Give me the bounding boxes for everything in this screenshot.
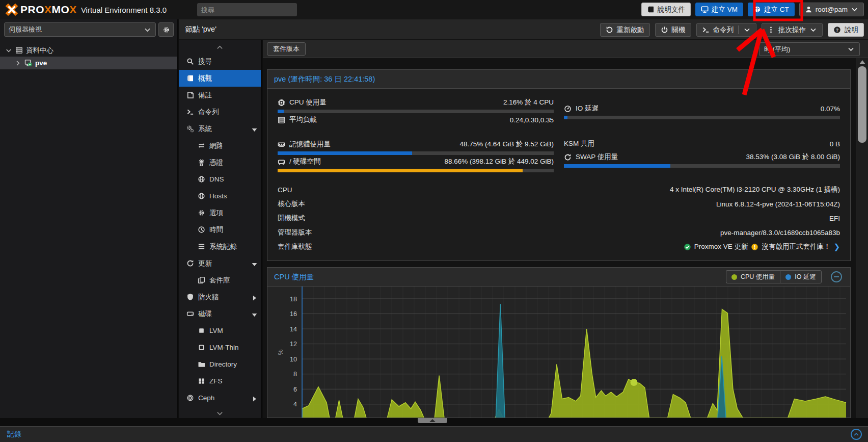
usage-bar <box>564 116 840 119</box>
nav-item-網路[interactable]: 網路 <box>179 137 261 154</box>
gauge-row: CPU 使用量2.16% 於 4 CPU <box>278 96 554 109</box>
nav-item-備註[interactable]: 備註 <box>179 87 261 103</box>
splitter-grip[interactable] <box>418 418 447 423</box>
gear-icon <box>162 26 170 34</box>
reboot-button[interactable]: 重新啟動 <box>600 23 650 37</box>
legend-item-CPU 使用量[interactable]: CPU 使用量 <box>726 270 780 283</box>
nav-item-命令列[interactable]: 命令列 <box>179 103 261 120</box>
timeframe-select[interactable]: 時 (平均) <box>759 42 860 56</box>
refresh-icon <box>564 153 572 161</box>
terminal-icon <box>186 108 194 116</box>
nav-item-概觀[interactable]: 概觀 <box>179 70 261 87</box>
cpu-icon <box>278 99 285 107</box>
nav-item-選項[interactable]: 選項 <box>179 204 261 221</box>
user-menu-button[interactable]: root@pam <box>799 3 864 16</box>
svg-text:12: 12 <box>290 341 297 348</box>
globe-icon <box>198 192 205 200</box>
monitor-icon <box>701 6 709 13</box>
svg-text:4: 4 <box>293 401 297 408</box>
square-icon <box>198 327 205 334</box>
chevron-down-icon <box>743 26 751 34</box>
gauge-row: / 硬碟空間88.66% (398.12 GiB 於 449.02 GiB) <box>278 155 554 168</box>
disk-icon <box>186 310 194 318</box>
svg-text:?: ? <box>836 28 838 33</box>
undo-zoom-button[interactable] <box>831 271 842 282</box>
usage-bar <box>564 164 840 168</box>
collapse-log-button[interactable] <box>851 429 862 440</box>
legend-item-IO 延遲[interactable]: IO 延遲 <box>780 270 822 283</box>
package-versions-button[interactable]: 套件版本 <box>267 42 306 56</box>
tree-item-pve[interactable]: pve <box>0 57 177 69</box>
screen-check-icon <box>24 59 32 67</box>
cpu-usage-chart-panel: CPU 使用量 CPU 使用量IO 延遲 4681012141618% <box>267 267 851 418</box>
nav-item-時間[interactable]: 時間 <box>179 221 261 238</box>
nav-item-Directory[interactable]: Directory <box>179 356 261 373</box>
node-title: 節點 'pve' <box>185 24 216 34</box>
documentation-button[interactable]: 說明文件 <box>641 3 691 16</box>
ceph-icon <box>186 394 194 402</box>
nav-item-防火牆[interactable]: 防火牆 <box>179 289 261 305</box>
caret-down-icon <box>251 261 258 268</box>
refresh-icon <box>186 259 194 267</box>
create-vm-button[interactable]: 建立 VM <box>695 3 743 16</box>
scroll-up-icon[interactable] <box>179 44 261 50</box>
shutdown-button[interactable]: 關機 <box>655 23 691 37</box>
view-settings-button[interactable] <box>158 22 174 37</box>
gauge-icon <box>564 105 572 113</box>
scrollbar-up-arrow[interactable] <box>859 60 865 64</box>
create-ct-button[interactable]: 建立 CT <box>748 3 795 16</box>
chart-title: CPU 使用量 <box>274 272 314 282</box>
nav-item-ZFS[interactable]: ZFS <box>179 373 261 389</box>
vertical-scrollbar[interactable] <box>856 58 868 426</box>
scroll-down-icon[interactable] <box>179 410 261 417</box>
proxmox-x-icon <box>4 3 19 17</box>
bulk-actions-button[interactable]: 批次操作 <box>762 23 823 37</box>
nav-item-DNS[interactable]: DNS <box>179 171 261 188</box>
nav-item-系統[interactable]: 系統 <box>179 120 261 137</box>
gauge-row: SWAP 使用量38.53% (3.08 GiB 於 8.00 GiB) <box>564 150 840 164</box>
dots-icon <box>767 26 775 34</box>
help-button[interactable]: ?說明 <box>828 23 864 37</box>
nav-item-LVM-Thin[interactable]: LVM-Thin <box>179 339 261 356</box>
serverstack-icon <box>278 116 285 124</box>
info-row: 管理器版本pve-manager/8.3.0/c1689ccb1065a83b <box>278 225 840 240</box>
shell-button[interactable]: 命令列 <box>696 23 757 37</box>
nav-item-Hosts[interactable]: Hosts <box>179 188 261 204</box>
nav-item-Ceph[interactable]: Ceph <box>179 389 261 406</box>
details-chevron-icon[interactable]: ❯ <box>833 242 840 251</box>
nav-item-搜尋[interactable]: 搜尋 <box>179 53 261 70</box>
gear-icon <box>198 209 205 217</box>
top-bar: PROXMOX Virtual Environment 8.3.0 說明文件 建… <box>0 0 868 19</box>
nav-item-磁碟[interactable]: 磁碟 <box>179 305 261 322</box>
node-toolbar: 節點 'pve' 重新啟動 關機 命令列 批次操作 ?說明 <box>179 19 868 40</box>
log-panel-splitter[interactable] <box>0 418 868 426</box>
svg-text:10: 10 <box>290 356 297 363</box>
content-area: 套件版本 時 (平均) pve (運作時間: 36 日 22:41:58) CP… <box>263 40 868 426</box>
list-icon <box>198 243 205 250</box>
global-search-input[interactable] <box>197 3 297 16</box>
clock-icon <box>198 226 205 233</box>
shield-icon <box>186 293 194 301</box>
hdd-icon <box>278 158 285 166</box>
summary-scroll-area: pve (運作時間: 36 日 22:41:58) CPU 使用量2.16% 於… <box>263 58 856 418</box>
info-row: CPU4 x Intel(R) Core(TM) i3-2120 CPU @ 3… <box>278 183 840 197</box>
info-row: 核心版本Linux 6.8.12-4-pve (2024-11-06T15:04… <box>278 197 840 211</box>
version-text: Virtual Environment 8.3.0 <box>81 6 167 14</box>
globe-icon <box>198 175 205 183</box>
view-selector[interactable]: 伺服器檢視 <box>4 22 156 37</box>
nav-item-套件庫[interactable]: 套件庫 <box>179 272 261 289</box>
gauge-row: 平均負載0.24,0.30,0.35 <box>278 113 554 126</box>
log-panel-header: 記錄 <box>0 426 868 442</box>
nav-item-憑證[interactable]: 憑證 <box>179 154 261 171</box>
caret-down-icon <box>251 311 258 319</box>
scrollbar-thumb[interactable] <box>858 66 866 143</box>
logs-label: 記錄 <box>7 430 21 439</box>
node-summary-panel: pve (運作時間: 36 日 22:41:58) CPU 使用量2.16% 於… <box>267 69 851 261</box>
info-row: 開機模式EFI <box>278 211 840 225</box>
nav-item-更新[interactable]: 更新 <box>179 255 261 272</box>
nav-item-系統記錄[interactable]: 系統記錄 <box>179 238 261 255</box>
tree-item-datacenter[interactable]: 資料中心 <box>0 44 177 57</box>
question-circle-icon: ? <box>833 26 841 34</box>
nav-item-LVM[interactable]: LVM <box>179 322 261 339</box>
svg-text:14: 14 <box>290 326 297 333</box>
